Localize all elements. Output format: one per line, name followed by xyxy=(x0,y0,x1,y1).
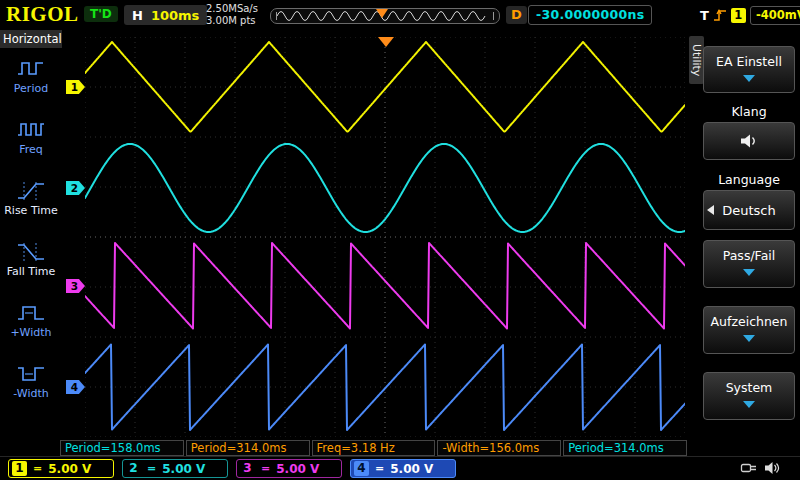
chevron-down-icon xyxy=(743,75,755,82)
measurement-item: Freq=3.18 Hz xyxy=(312,440,436,456)
scrollbar-left-tick xyxy=(276,12,277,20)
coupling-indicator: = xyxy=(261,462,270,475)
channel-2-status[interactable]: 2 = 5.00 V xyxy=(122,459,228,478)
sidebar-item-label: Fall Time xyxy=(7,265,56,278)
trigger-label: T xyxy=(700,8,709,23)
selected-left-arrow-icon xyxy=(707,205,714,215)
channel-scale: 5.00 V xyxy=(276,462,319,476)
channel-number-badge: 1 xyxy=(12,461,27,476)
menu-tab-utility: Utility xyxy=(689,36,704,84)
delay-readout: -30.0000000ns xyxy=(528,5,652,25)
acquisition-info: 2.50MSa/s 3.00M pts xyxy=(206,3,258,27)
channel-status-bar: 1 = 5.00 V 2 = 5.00 V 3 = 5.00 V 4 = 5.0… xyxy=(0,456,800,480)
sidebar-item-label: Rise Time xyxy=(4,204,58,217)
sidebar-item-label: Period xyxy=(14,82,48,95)
channel-scale: 5.00 V xyxy=(48,462,91,476)
channel-scale: 5.00 V xyxy=(390,462,433,476)
ch1-position-marker[interactable]: 1 xyxy=(66,80,85,94)
menu-item-label: System xyxy=(704,380,794,395)
horizontal-label: H xyxy=(132,8,143,23)
sidebar-item-label: +Width xyxy=(10,326,51,339)
fall-time-icon xyxy=(16,241,46,263)
channel-number-badge: 2 xyxy=(126,461,141,476)
coupling-indicator: = xyxy=(375,462,384,475)
sample-rate: 2.50MSa/s xyxy=(206,3,258,15)
rigol-logo: RIGOL xyxy=(6,2,79,27)
trigger-position-indicator[interactable] xyxy=(376,9,388,18)
trigger-level-readout: -400mV xyxy=(750,6,800,25)
ch3-position-marker[interactable]: 3 xyxy=(66,279,85,293)
measurement-item: -Width=156.0ms xyxy=(437,440,561,456)
measure-sidebar: Horizontal Period Freq Rise Time Fall Ti… xyxy=(0,30,62,456)
language-value: Deutsch xyxy=(722,203,776,218)
speaker-icon xyxy=(739,133,759,149)
channel-1-status[interactable]: 1 = 5.00 V xyxy=(8,459,114,478)
menu-item-label: Pass/Fail xyxy=(704,248,794,263)
trigger-source-badge: 1 xyxy=(731,8,746,23)
usb-icon xyxy=(740,462,758,474)
delay-label: D xyxy=(506,6,527,24)
ch2-position-marker[interactable]: 2 xyxy=(66,181,85,195)
freq-icon xyxy=(16,119,46,141)
measurement-item: Period=314.0ms xyxy=(186,440,310,456)
menu-item-pass-fail[interactable]: Pass/Fail xyxy=(703,240,795,288)
oscilloscope-screen: RIGOL T'D H 100ms 2.50MSa/s 3.00M pts D … xyxy=(0,0,800,480)
channel-number-badge: 4 xyxy=(354,461,369,476)
measurement-readouts: Period=158.0ms Period=314.0ms Freq=3.18 … xyxy=(60,440,687,456)
menu-item-klang-label: Klang xyxy=(703,104,795,119)
horizontal-position-scrollbar[interactable] xyxy=(270,8,500,24)
menu-item-aufzeichnen[interactable]: Aufzeichnen xyxy=(703,306,795,354)
chevron-down-icon xyxy=(743,401,755,408)
chevron-down-icon xyxy=(743,269,755,276)
sidebar-item-label: -Width xyxy=(13,387,48,400)
menu-item-label: Aufzeichnen xyxy=(704,314,794,329)
trigger-position-marker[interactable] xyxy=(378,37,394,47)
minus-width-icon xyxy=(16,363,46,385)
left-menu-title: Horizontal xyxy=(0,30,62,48)
trigger-info[interactable]: T 1 -400mV xyxy=(700,5,800,25)
utility-menu: Utility EA Einstell Klang Language Deuts… xyxy=(687,30,800,456)
sidebar-item-period[interactable]: Period xyxy=(14,58,48,95)
channel-number-badge: 3 xyxy=(240,461,255,476)
channel-3-status[interactable]: 3 = 5.00 V xyxy=(236,459,342,478)
ch4-position-marker[interactable]: 4 xyxy=(66,380,85,394)
scrollbar-right-tick xyxy=(493,12,494,20)
channel-scale: 5.00 V xyxy=(162,462,205,476)
sidebar-item-rise-time[interactable]: Rise Time xyxy=(4,180,58,217)
rise-time-icon xyxy=(16,180,46,202)
plus-width-icon xyxy=(16,302,46,324)
rising-edge-icon xyxy=(713,7,727,23)
sidebar-item-minus-width[interactable]: -Width xyxy=(13,363,48,400)
menu-item-system[interactable]: System xyxy=(703,372,795,420)
menu-item-language[interactable]: Deutsch xyxy=(703,190,795,230)
graticule xyxy=(85,37,685,437)
menu-item-label: EA Einstell xyxy=(704,54,794,69)
horizontal-timebase-control[interactable]: H 100ms xyxy=(124,5,207,25)
sidebar-item-plus-width[interactable]: +Width xyxy=(10,302,51,339)
channel-4-status[interactable]: 4 = 5.00 V xyxy=(350,459,456,478)
sidebar-item-label: Freq xyxy=(19,143,43,156)
trigger-status-badge: T'D xyxy=(84,6,118,22)
timebase-value: 100ms xyxy=(151,8,199,23)
measurement-item: Period=158.0ms xyxy=(60,440,184,456)
sidebar-item-fall-time[interactable]: Fall Time xyxy=(7,241,56,278)
menu-item-language-label: Language xyxy=(703,172,795,187)
measurement-item: Period=314.0ms xyxy=(563,440,687,456)
chevron-down-icon xyxy=(743,335,755,342)
sidebar-item-freq[interactable]: Freq xyxy=(16,119,46,156)
speaker-icon xyxy=(764,461,780,475)
top-status-bar: RIGOL T'D H 100ms 2.50MSa/s 3.00M pts D … xyxy=(0,0,800,30)
coupling-indicator: = xyxy=(147,462,156,475)
coupling-indicator: = xyxy=(33,462,42,475)
period-icon xyxy=(16,58,46,80)
memory-depth: 3.00M pts xyxy=(206,15,258,27)
menu-item-klang[interactable] xyxy=(703,122,795,160)
menu-item-ea-einstell[interactable]: EA Einstell xyxy=(703,46,795,93)
